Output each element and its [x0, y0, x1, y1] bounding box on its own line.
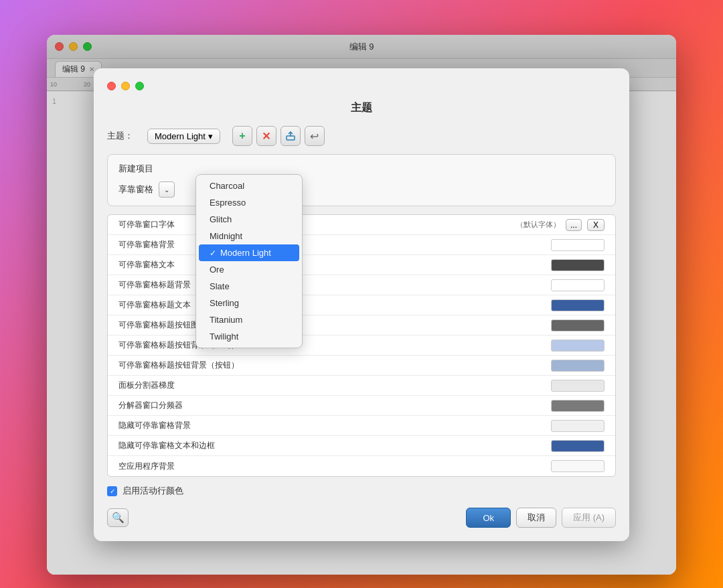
- color-swatch[interactable]: [551, 460, 605, 472]
- export-button[interactable]: [280, 126, 301, 146]
- dropdown-item-modern-light[interactable]: ✓ Modern Light: [199, 244, 299, 261]
- dropdown-item-label: Glitch: [210, 214, 232, 224]
- color-row: 可停靠窗格标题按钮背景（加亮）: [108, 336, 615, 356]
- dialog-title: 主题: [107, 101, 616, 115]
- color-swatch-area: [471, 259, 605, 271]
- dialog-overlay: 主题 主题： Modern Light ▾ + ✕: [47, 35, 676, 575]
- dropdown-item-label: Twilight: [210, 332, 238, 342]
- dropdown-item-charcoal[interactable]: Charcoal: [196, 177, 302, 194]
- dropdown-item-label: Slate: [210, 281, 230, 291]
- bottom-buttons: 🔍 Ok 取消 应用 (A): [107, 508, 616, 528]
- dropdown-item-label: Sterling: [210, 298, 239, 308]
- color-swatch[interactable]: [551, 299, 605, 311]
- dropdown-item-slate[interactable]: Slate: [196, 278, 302, 295]
- color-row: 可停靠窗格标题按钮背景（按钮）: [108, 356, 615, 376]
- checkbox-label: 启用活动行颜色: [123, 485, 183, 497]
- color-swatch-area: [471, 460, 605, 472]
- default-font-text: （默认字体）: [516, 220, 560, 230]
- active-row-color-checkbox[interactable]: ✓: [107, 486, 117, 496]
- search-button[interactable]: 🔍: [107, 508, 129, 527]
- dropdown-item-midnight[interactable]: Midnight: [196, 228, 302, 244]
- color-swatch-area: [471, 279, 605, 291]
- theme-label: 主题：: [107, 130, 141, 142]
- delete-button[interactable]: ✕: [256, 126, 276, 146]
- color-swatch-area: [471, 400, 605, 412]
- color-row-label: 可停靠窗格标题按钮背景（按钮）: [118, 360, 471, 371]
- color-swatch[interactable]: [551, 259, 605, 271]
- dropdown-item-label: Charcoal: [210, 181, 244, 191]
- dialog-minimize-button[interactable]: [121, 82, 130, 90]
- color-swatch[interactable]: [551, 279, 605, 291]
- dropdown-item-label: Ore: [210, 265, 224, 275]
- dropdown-item-ore[interactable]: Ore: [196, 261, 302, 278]
- dialog-maximize-button[interactable]: [135, 82, 144, 90]
- color-swatch-area: [471, 440, 605, 452]
- theme-select-button[interactable]: Modern Light ▾: [147, 129, 220, 144]
- color-row-label: 隐藏可停靠窗格文本和边框: [118, 440, 471, 451]
- color-row: 面板分割器梯度: [108, 376, 615, 396]
- color-swatch[interactable]: [551, 340, 605, 352]
- theme-row: 主题： Modern Light ▾ + ✕ ↩: [107, 126, 616, 146]
- toolbar-buttons: + ✕ ↩: [232, 126, 325, 146]
- cancel-button[interactable]: 取消: [516, 508, 556, 528]
- color-row: 可停靠窗口字体 （默认字体） ... X: [108, 215, 615, 235]
- color-swatch-area: [471, 340, 605, 352]
- ok-button[interactable]: Ok: [466, 508, 511, 528]
- dropdown-item-titanium[interactable]: Titanium: [196, 311, 302, 328]
- main-window: 编辑 9 编辑 9 ✕ 10 20 30 40 50 60 70 80 90 1…: [47, 35, 676, 575]
- color-swatch[interactable]: [551, 400, 605, 412]
- color-row: 可停靠窗格背景: [108, 235, 615, 255]
- shared-window-row: 享靠窗格 ⌄: [118, 181, 605, 198]
- color-swatch[interactable]: [551, 319, 605, 332]
- dropdown-item-twilight[interactable]: Twilight: [196, 328, 302, 345]
- color-row: 隐藏可停靠窗格文本和边框: [108, 436, 615, 456]
- add-button[interactable]: +: [232, 126, 252, 146]
- dropdown-item-label: Espresso: [210, 198, 246, 208]
- dialog-close-button[interactable]: [107, 82, 116, 90]
- check-icon: ✓: [210, 248, 216, 258]
- color-swatch-area: [471, 319, 605, 332]
- spinner-control[interactable]: ⌄: [159, 181, 175, 198]
- theme-selected-value: Modern Light: [155, 131, 206, 141]
- color-row: 隐藏可停靠窗格背景: [108, 416, 615, 436]
- dropdown-item-label: Titanium: [210, 315, 242, 325]
- color-swatch-area: [471, 380, 605, 392]
- color-swatch-area: [471, 239, 605, 251]
- color-swatch-area: （默认字体） ... X: [471, 219, 605, 231]
- color-swatch[interactable]: [551, 440, 605, 452]
- color-table: 可停靠窗口字体 （默认字体） ... X 可停靠窗格背景 可停: [107, 214, 616, 477]
- color-swatch-area: [471, 360, 605, 372]
- sub-section-title: 新建项目: [118, 163, 605, 175]
- color-row: 可停靠窗格标题按钮图标: [108, 315, 615, 336]
- color-row: 可停靠窗格标题背景: [108, 275, 615, 295]
- color-swatch-area: [471, 299, 605, 311]
- dropdown-item-label: Modern Light: [220, 248, 271, 258]
- color-swatch[interactable]: [551, 380, 605, 392]
- dropdown-item-label: Midnight: [210, 231, 242, 241]
- color-row-label: 面板分割器梯度: [118, 380, 471, 391]
- color-swatch-area: [471, 420, 605, 432]
- apply-button[interactable]: 应用 (A): [562, 508, 616, 528]
- theme-dialog: 主题 主题： Modern Light ▾ + ✕: [94, 68, 629, 541]
- right-buttons: Ok 取消 应用 (A): [466, 508, 616, 528]
- dropdown-item-espresso[interactable]: Espresso: [196, 194, 302, 211]
- color-row: 可停靠窗格标题文本: [108, 295, 615, 315]
- undo-button[interactable]: ↩: [305, 126, 325, 146]
- dropdown-item-sterling[interactable]: Sterling: [196, 295, 302, 311]
- clear-button[interactable]: X: [587, 219, 605, 231]
- color-row: 空应用程序背景: [108, 456, 615, 476]
- color-row-label: 隐藏可停靠窗格背景: [118, 420, 471, 431]
- color-row-label: 分解器窗口分频器: [118, 400, 471, 411]
- ellipsis-button[interactable]: ...: [566, 219, 582, 231]
- color-swatch[interactable]: [551, 239, 605, 251]
- checkbox-row: ✓ 启用活动行颜色: [107, 485, 616, 497]
- color-row: 分解器窗口分频器: [108, 396, 615, 416]
- color-row-label: 空应用程序背景: [118, 461, 471, 472]
- shared-window-label: 享靠窗格: [118, 183, 153, 196]
- dropdown-item-glitch[interactable]: Glitch: [196, 211, 302, 228]
- color-swatch[interactable]: [551, 360, 605, 372]
- color-row: 可停靠窗格文本: [108, 255, 615, 275]
- dialog-traffic-lights: [107, 82, 616, 90]
- sub-section: 新建项目 享靠窗格 ⌄: [107, 154, 616, 206]
- color-swatch[interactable]: [551, 420, 605, 432]
